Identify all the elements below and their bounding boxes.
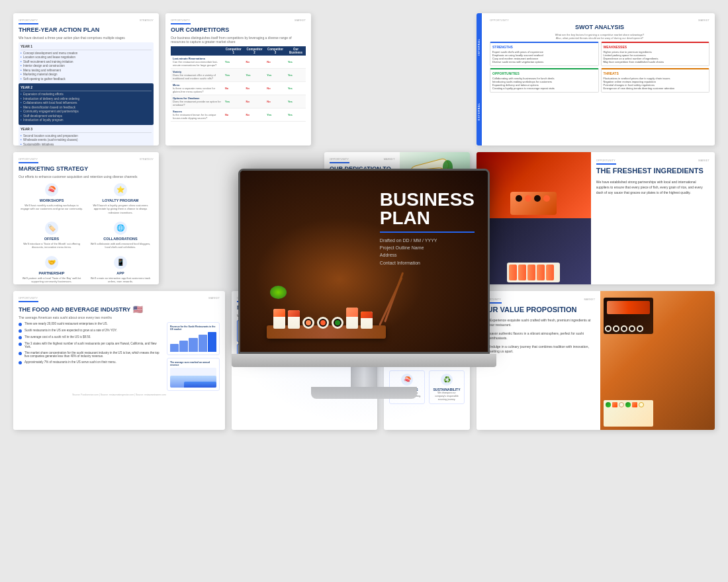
partner-title: PARTNERSHIP — [21, 271, 83, 275]
offers-title: OFFERS — [21, 237, 83, 241]
loyalty-icon: ⭐ — [114, 183, 127, 196]
mkt-title: MARKETING STRATEGY — [19, 165, 154, 173]
ind-accent — [19, 301, 38, 302]
fresh-label-l: OPPORTUNITY — [596, 159, 615, 162]
monitor-screen-inner: BUSINESS PLAN Drafted on DD / MM / YYYY … — [240, 171, 488, 352]
stat-dot — [19, 329, 22, 333]
y1-item6: Marketing material design — [21, 73, 152, 76]
mkt-offers: 🏷️ OFFERS We'll introduce a 'Taste of th… — [19, 220, 85, 251]
table-row: Last-minute ReservationsCan the restaura… — [171, 56, 306, 69]
year-columns: YEAR 1 Concept development and menu crea… — [19, 42, 154, 146]
row-feature: VarietyDoes the restaurant offer a varie… — [171, 68, 223, 81]
sus-label-r: MARKET — [584, 298, 596, 301]
fresh-title: THE FRESHEST INGREDIENTS — [596, 167, 709, 175]
row-val: Yes — [244, 68, 265, 81]
year2-label: YEAR 2 — [21, 85, 152, 91]
app-text: We'll create an interactive app that cus… — [89, 276, 152, 284]
fresh-accent — [596, 163, 616, 165]
loyalty-title: LOYALTY PROGRAM — [89, 198, 152, 202]
swot-threats: THREATS Fluctuations in seafood prices d… — [601, 68, 710, 93]
fresh-text: We have established strong partnerships … — [596, 179, 709, 195]
s-item: Diverse sushi menu with vegetarian optio… — [492, 60, 596, 63]
row-val: Yes — [265, 68, 286, 81]
y3-item2: Wholesale events (sushi-making classes) — [21, 138, 152, 142]
swot-o-label: OPPORTUNITIES — [492, 71, 596, 75]
swot-label-left: OPPORTUNITY — [490, 19, 509, 22]
y1-item3: Staff recruitment and training initiatio… — [21, 60, 152, 63]
mkt-label-r: STRATEGY — [140, 157, 154, 161]
row-val: No — [244, 56, 265, 69]
monitor-stand-neck — [351, 367, 377, 387]
row-val: No — [265, 81, 286, 95]
y2-item2: Introduction of delivery and online orde… — [21, 97, 152, 101]
swot-label-right: MARKET — [698, 19, 709, 22]
row-val: Yes — [223, 56, 244, 69]
year1-label: YEAR 1 — [21, 44, 152, 50]
row-val: Yes — [286, 95, 306, 108]
app-icon: 📱 — [114, 256, 127, 269]
mkt-accent — [19, 162, 38, 163]
comp-label-right: MARKET — [295, 19, 306, 22]
y1-item4: Interior design and construction — [21, 64, 152, 67]
slide-swot: INTERNAL EXTERNAL OPPORTUNITY MARKET SWO… — [477, 13, 715, 146]
ind-title: THE FOOD AND BEVERAGE INDUSTRY — [19, 306, 130, 313]
row-feature: MenuIs there a separate menu section for… — [171, 81, 223, 95]
monitor-stand-base — [311, 387, 417, 399]
t-item: Emergence of new dining trends diverting… — [604, 87, 707, 90]
y1-item7: Soft opening to gather feedback — [21, 77, 152, 81]
stat-dot — [19, 336, 22, 339]
swot-t-label: THREATS — [604, 71, 707, 75]
row-val: No — [244, 81, 265, 95]
industry-stats: There are nearly 20,000 sushi restaurant… — [19, 322, 161, 364]
swot-grid: STRENGTHS Expert sushi chefs with years … — [490, 42, 709, 93]
y2-item3: Collaborations with local food influence… — [21, 101, 152, 104]
comp-th-us: Our Business — [286, 46, 306, 56]
row-val: No — [244, 95, 265, 108]
row-val: No — [265, 56, 286, 69]
mkt-label-l: OPPORTUNITY — [19, 157, 38, 161]
row-val: Yes — [223, 68, 244, 81]
row-val: Yes — [286, 108, 306, 121]
business-plan-overlay: BUSINESS PLAN Drafted on DD / MM / YYYY … — [380, 190, 475, 267]
bp-project: Project Outline Name — [380, 244, 475, 251]
stat3: The average cost of a sushi roll in the … — [19, 335, 161, 339]
app-title: APP — [89, 271, 152, 275]
slide-label-right: STRATEGY — [140, 19, 154, 22]
row-val: Yes — [286, 81, 306, 95]
slide-industry: OPPORTUNITY MARKET THE FOOD AND BEVERAGE… — [13, 291, 225, 430]
offers-icon: 🏷️ — [45, 222, 58, 235]
slide-label-left: OPPORTUNITY — [19, 19, 38, 22]
row-feature: Options for OmakaseDoes the restaurant p… — [171, 95, 223, 108]
bp-title-line2: PLAN — [380, 209, 475, 228]
y1-item2: Location scouting and lease negotiation — [21, 56, 152, 59]
comp-th-feature — [171, 46, 223, 56]
year2-col: YEAR 2 Expansion of marketing efforts In… — [19, 83, 154, 125]
marketing-grid: 🍣 WORKSHOPS We'll host monthly sushi-mak… — [19, 181, 154, 284]
offers-text: We'll introduce a 'Taste of the Month' c… — [21, 242, 83, 249]
swot-opportunities: OPPORTUNITIES Collaborating with nearby … — [490, 68, 599, 93]
mkt-app: 📱 APP We'll create an interactive app th… — [87, 254, 154, 284]
ded-accent — [330, 162, 349, 163]
y1-item1: Concept development and menu creation — [21, 52, 152, 55]
slide-title: THREE-YEAR ACTION PLAN — [19, 26, 154, 34]
flag-icon: 🇺🇸 — [133, 305, 143, 314]
y3-item3: Sustainability initiatives — [21, 143, 152, 146]
bp-drafted: Drafted on DD / MM / YYYY — [380, 237, 475, 244]
swot-s-label: STRENGTHS — [492, 45, 596, 49]
comp-subtitle: Our business distinguishes itself from c… — [171, 36, 306, 44]
row-val: Yes — [286, 68, 306, 81]
mkt-loyalty: ⭐ LOYALTY PROGRAM We'll launch a loyalty… — [87, 181, 154, 217]
stat5: The market share concentration for the s… — [19, 351, 161, 358]
slide-action-plan: OPPORTUNITY STRATEGY THREE-YEAR ACTION P… — [13, 13, 159, 146]
comp-title: OUR COMPETITORS — [171, 26, 306, 34]
stat4: The 3 states with the highest number of … — [19, 342, 161, 349]
y2-item5: Community engagement and partnerships — [21, 110, 152, 113]
loyalty-text: We'll launch a loyalty program show cust… — [89, 204, 152, 215]
table-row: Options for OmakaseDoes the restaurant p… — [171, 95, 306, 108]
row-val: Yes — [223, 95, 244, 108]
row-val: No — [265, 95, 286, 108]
row-val: Yes — [286, 56, 306, 69]
bp-address: Address — [380, 251, 475, 259]
slide-marketing: OPPORTUNITY STRATEGY MARKETING STRATEGY … — [13, 152, 159, 284]
y3-item1: Second location scouting and preparation — [21, 134, 152, 138]
